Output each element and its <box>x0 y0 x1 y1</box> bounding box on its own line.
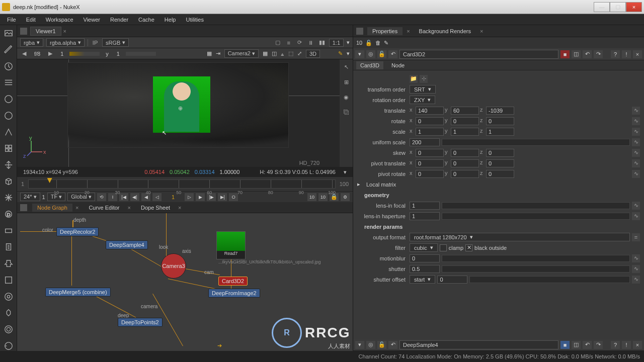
output-format-dropdown[interactable]: root.format 644x362▾ <box>410 233 630 241</box>
pivot-rotate-x[interactable] <box>416 170 444 178</box>
shutter-offset-dropdown[interactable]: start▾ <box>410 275 435 284</box>
tool-merge-icon[interactable] <box>3 143 14 154</box>
file-browser-icon[interactable]: 📁 <box>410 75 418 83</box>
pane-lock-icon[interactable] <box>20 28 27 35</box>
pivot-translate-y[interactable] <box>451 159 479 167</box>
pivot-translate-anim-icon[interactable]: ∿ <box>632 159 640 167</box>
lens-hap-slider[interactable] <box>442 213 630 220</box>
float-panel-icon[interactable]: ◫ <box>572 50 581 58</box>
viewmode-dropdown[interactable]: 3D <box>306 50 320 58</box>
tool-image-icon[interactable] <box>3 28 14 39</box>
tab-bgrenders[interactable]: Background Renders <box>414 27 476 35</box>
tool-furnace-icon[interactable] <box>3 291 14 302</box>
alpha-channel-dropdown[interactable]: rgba.alpha▾ <box>46 38 85 47</box>
shutter-field[interactable] <box>410 265 440 273</box>
info2-icon[interactable]: ! <box>622 341 631 349</box>
lock-node2-icon[interactable]: 🔓 <box>377 341 386 349</box>
tool-air-icon[interactable] <box>3 324 14 335</box>
lens-focal-slider[interactable] <box>442 202 630 209</box>
tab-nodegraph-close[interactable]: × <box>75 205 78 211</box>
gamma-slider[interactable] <box>126 52 156 56</box>
center-node2-icon[interactable]: ◎ <box>366 341 375 349</box>
help-icon[interactable]: ? <box>611 50 620 58</box>
skew-x[interactable] <box>416 149 444 157</box>
rotate-z[interactable] <box>486 117 514 125</box>
max-panels[interactable]: 10 <box>356 40 362 46</box>
grid-icon[interactable]: ▦ <box>263 50 268 57</box>
nodegraph-canvas[interactable]: depth color DeepRecolor2 DeepSample4 loo… <box>17 213 353 351</box>
pivot-translate-z[interactable] <box>486 159 514 167</box>
tool-cara-icon[interactable] <box>3 308 14 318</box>
tab-curveeditor-close[interactable]: × <box>128 205 131 211</box>
menu-file[interactable]: File <box>2 15 21 24</box>
node-card3d2[interactable]: Card3D2 <box>218 277 248 286</box>
tool-filter-icon[interactable] <box>3 111 14 121</box>
rotate-anim-icon[interactable]: ∿ <box>632 117 640 125</box>
goto-last-icon[interactable]: ▶| <box>218 193 227 201</box>
maximize-button[interactable]: ▢ <box>610 2 626 12</box>
jump-fwd10[interactable]: 10 <box>318 193 328 201</box>
menu-edit[interactable]: Edit <box>21 15 41 24</box>
transform-order-dropdown[interactable]: SRT▾ <box>410 85 436 94</box>
snap-menu-icon[interactable]: ⊹ <box>420 75 428 83</box>
wipe-icon[interactable]: ⇥ <box>216 50 220 57</box>
timeline[interactable]: 1 10 20 30 40 50 60 70 80 90 100 100 <box>17 177 353 191</box>
translate-anim-icon[interactable]: ∿ <box>632 107 640 115</box>
scale-anim-icon[interactable]: ∿ <box>632 128 640 136</box>
tool-views-icon[interactable] <box>3 225 14 236</box>
pencil-icon[interactable]: ✎ <box>338 50 343 57</box>
rotate-y[interactable] <box>451 117 479 125</box>
collapse-icon[interactable]: ▾ <box>355 50 364 58</box>
translate-x[interactable] <box>416 107 444 115</box>
sync-icon[interactable]: ⟲ <box>97 193 106 201</box>
loop-icon[interactable]: O <box>229 193 238 201</box>
settings-icon[interactable]: ⚙ <box>341 193 350 201</box>
ng-pane-lock-icon[interactable] <box>20 204 27 211</box>
tab-nodegraph[interactable]: Node Graph <box>32 204 72 212</box>
output-format-eq-icon[interactable]: = <box>632 233 640 241</box>
menu-viewer[interactable]: Viewer <box>78 15 105 24</box>
fstop-right-arrow[interactable]: ▶ <box>46 50 54 57</box>
scale-y[interactable] <box>451 128 479 136</box>
uniform-scale-slider[interactable] <box>442 139 630 146</box>
play-back-icon[interactable]: ◁ <box>152 193 162 201</box>
viewer-tab[interactable]: Viewer1 <box>30 27 61 36</box>
tool-transform-icon[interactable] <box>3 160 14 170</box>
tool-particles-icon[interactable] <box>3 193 14 203</box>
node-deeprecolor[interactable]: DeepRecolor2 <box>56 227 99 236</box>
global-dropdown[interactable]: Global ▾ <box>67 193 95 201</box>
motionblur-slider[interactable] <box>442 255 630 262</box>
pivot-rotate-anim-icon[interactable]: ∿ <box>632 170 640 178</box>
close-panel2-icon[interactable]: × <box>633 341 642 349</box>
step-forward-icon[interactable]: ▶ <box>196 193 205 201</box>
zoom-chevron-icon[interactable]: ▾ <box>347 39 350 46</box>
pivot-rotate-y[interactable] <box>451 170 479 178</box>
lens-focal-anim-icon[interactable]: ∿ <box>632 202 640 210</box>
hierarchy-icon[interactable]: ⿻ <box>342 108 351 117</box>
redo2-icon[interactable]: ↷ <box>594 341 603 349</box>
roi-icon[interactable]: ⟁ <box>281 51 284 57</box>
lens-focal-field[interactable] <box>410 202 440 210</box>
proxy-icon[interactable]: ◫ <box>272 50 277 57</box>
lock-node-icon[interactable]: 🔓 <box>377 50 386 58</box>
transform-gizmo-icon[interactable]: ⊕ <box>178 105 183 112</box>
undo2-icon[interactable]: ↶ <box>583 341 592 349</box>
center-node-icon[interactable]: ◎ <box>366 50 375 58</box>
shutter-offset-anim-icon[interactable]: ∿ <box>632 276 640 284</box>
colorspace-dropdown[interactable]: sRGB▾ <box>102 38 129 47</box>
menu-cache[interactable]: Cache <box>133 15 159 24</box>
gain-slider[interactable] <box>69 52 100 56</box>
ip-toggle[interactable]: IP <box>91 39 99 47</box>
zoom-dropdown[interactable]: 1:1 <box>329 39 344 47</box>
skew-z[interactable] <box>486 149 514 157</box>
close-panel-icon[interactable]: × <box>633 50 642 58</box>
wipe2-icon[interactable]: ⤢ <box>297 50 302 57</box>
channel-dropdown[interactable]: rgba▾ <box>20 38 43 47</box>
refresh-icon[interactable]: ⟳ <box>296 39 304 47</box>
minimize-button[interactable]: — <box>594 2 610 12</box>
tool-allplugins-icon[interactable] <box>3 340 14 351</box>
select-tool-icon[interactable]: ↖ <box>342 62 351 71</box>
tab-bgrenders-close[interactable]: × <box>480 28 483 34</box>
tab-properties-close[interactable]: × <box>407 28 410 34</box>
jump-back10[interactable]: 10 <box>307 193 316 201</box>
